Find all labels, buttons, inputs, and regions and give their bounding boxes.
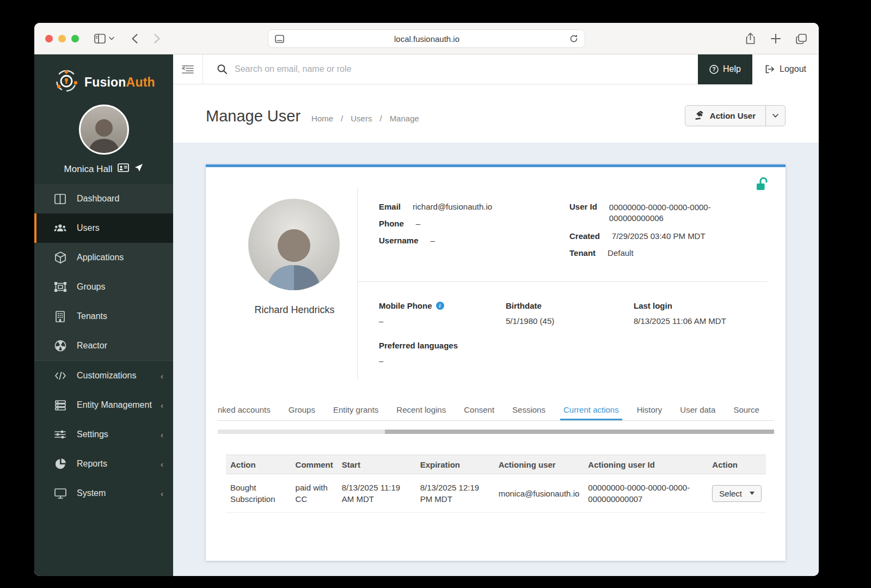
current-actions-table: Action Comment Start Expiration Actionin… [226, 455, 766, 513]
birthdate-label: Birthdate [506, 301, 554, 310]
tab-groups[interactable]: Groups [289, 405, 315, 414]
cell-actioning-user-id: 00000000-0000-0000-0000-000000000007 [584, 474, 708, 513]
action-user-button[interactable]: Action User [685, 106, 765, 126]
sidebar-item-tenants[interactable]: Tenants [34, 302, 173, 331]
sidebar-item-applications[interactable]: Applications [34, 243, 173, 272]
radiation-icon [54, 340, 66, 352]
tab-source[interactable]: Source [733, 405, 759, 414]
share-icon[interactable] [745, 33, 756, 45]
username-value: – [431, 236, 435, 245]
avatar[interactable] [79, 105, 129, 155]
phone-value: – [416, 219, 420, 228]
col-action-menu: Action [708, 455, 766, 474]
unlocked-icon[interactable] [756, 177, 769, 194]
tabs-horizontal-scrollbar[interactable] [218, 430, 774, 434]
info-icon[interactable]: i [436, 302, 444, 310]
search-input[interactable] [235, 64, 507, 74]
url-text: local.fusionauth.io [284, 34, 569, 44]
sidebar-dropdown-chevron-icon[interactable] [109, 36, 114, 40]
tab-entity-grants[interactable]: Entity grants [333, 405, 378, 414]
breadcrumb-home[interactable]: Home [311, 114, 333, 123]
code-icon [54, 371, 66, 380]
preferred-languages-label: Preferred languages [379, 341, 458, 350]
back-button-icon[interactable] [132, 34, 138, 44]
fusionauth-logo-mark-icon [54, 69, 79, 96]
sidebar-item-reports[interactable]: Reports ‹ [34, 449, 173, 479]
user-full-name: Richard Hendricks [226, 304, 363, 316]
chevron-left-icon: ‹ [161, 460, 163, 469]
address-bar[interactable]: local.fusionauth.io [268, 29, 585, 48]
sidebar-item-customizations[interactable]: Customizations ‹ [34, 361, 173, 390]
tab-consent[interactable]: Consent [464, 405, 494, 414]
logout-button[interactable]: Logout [752, 54, 819, 84]
created-value: 7/29/2025 03:40 PM MDT [612, 231, 706, 241]
reload-icon[interactable] [569, 34, 578, 43]
chevron-left-icon: ‹ [161, 371, 163, 381]
tenant-value: Default [608, 248, 634, 258]
traffic-lights [45, 35, 79, 42]
row-select-button[interactable]: Select [712, 485, 762, 502]
pie-chart-icon [54, 458, 66, 469]
brand-name: FusionAuth [84, 75, 155, 90]
current-user-name: Monica Hall [64, 164, 113, 175]
sidebar-item-dashboard[interactable]: Dashboard [34, 184, 173, 213]
sliders-icon [54, 430, 66, 439]
sidebar-item-reactor[interactable]: Reactor [34, 331, 173, 360]
col-actioning-user: Actioning user [494, 455, 584, 474]
breadcrumb-users[interactable]: Users [351, 114, 372, 123]
monitor-icon [54, 488, 66, 499]
sidebar-nav: Dashboard Users Applications Groups [34, 184, 173, 508]
sidebar-item-users[interactable]: Users [34, 213, 173, 243]
browser-sidebar-toggle-icon[interactable] [94, 34, 106, 44]
chevron-left-icon: ‹ [161, 430, 163, 439]
cube-icon [54, 252, 66, 264]
col-expiration: Expiration [416, 455, 494, 474]
sidebar-item-settings[interactable]: Settings ‹ [34, 420, 173, 449]
browser-chrome: local.fusionauth.io [34, 23, 819, 54]
page-format-icon[interactable] [275, 35, 284, 43]
close-window-button[interactable] [45, 35, 53, 42]
col-comment: Comment [291, 455, 338, 474]
sidebar-item-groups[interactable]: Groups [34, 272, 173, 302]
sidebar-collapse-icon[interactable] [173, 65, 203, 74]
user-card: Richard Hendricks Emailrichard@fusionaut… [206, 164, 786, 561]
login-location-icon[interactable] [134, 163, 143, 175]
mobile-phone-label: Mobile Phone [379, 301, 432, 310]
user-id-label: User Id [569, 202, 597, 224]
col-start: Start [338, 455, 416, 474]
mobile-phone-value: – [379, 316, 444, 326]
breadcrumb-manage[interactable]: Manage [390, 114, 419, 123]
zoom-window-button[interactable] [71, 35, 79, 42]
birthdate-value: 5/1/1980 (45) [506, 316, 554, 326]
users-icon [54, 223, 66, 233]
tab-user-data[interactable]: User data [680, 405, 715, 414]
fusionauth-logo: FusionAuth [34, 54, 173, 96]
action-user-caret-button[interactable] [765, 106, 785, 126]
tab-history[interactable]: History [637, 405, 663, 414]
id-card-icon[interactable] [118, 163, 129, 175]
cell-comment: paid with CC [291, 474, 338, 513]
created-label: Created [569, 231, 600, 241]
col-action: Action [226, 455, 291, 474]
help-button[interactable]: ? Help [698, 54, 752, 84]
minimize-window-button[interactable] [58, 35, 66, 42]
cell-expiration: 8/13/2025 12:19 PM MDT [416, 474, 494, 513]
tab-current-actions[interactable]: Current actions [563, 405, 619, 414]
tab-sessions[interactable]: Sessions [512, 405, 545, 414]
sidebar-item-entity-management[interactable]: Entity Management ‹ [34, 390, 173, 420]
chevron-left-icon: ‹ [161, 401, 163, 410]
cell-actioning-user: monica@fusionauth.io [494, 474, 584, 513]
new-tab-icon[interactable] [771, 34, 781, 44]
sidebar-item-system[interactable]: System ‹ [34, 479, 173, 508]
forward-button-icon[interactable] [154, 34, 160, 44]
scrollbar-thumb[interactable] [218, 430, 385, 434]
tab-linked-accounts[interactable]: nked accounts [218, 405, 271, 414]
tab-overview-icon[interactable] [796, 34, 807, 44]
object-group-icon [54, 282, 66, 292]
table-row: Bought Subscription paid with CC 8/13/20… [226, 474, 766, 513]
action-user-split-button: Action User [685, 105, 786, 126]
last-login-label: Last login [634, 301, 726, 310]
email-value: richard@fusionauth.io [413, 202, 492, 211]
user-avatar [248, 199, 340, 290]
tab-recent-logins[interactable]: Recent logins [396, 405, 446, 414]
